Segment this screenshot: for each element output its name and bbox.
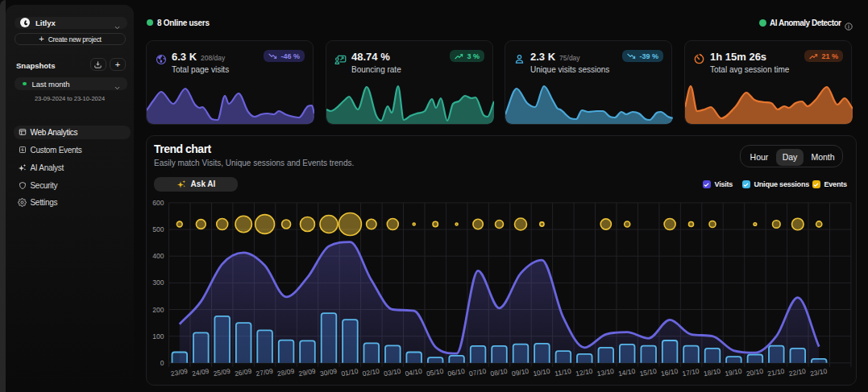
- svg-text:20/10: 20/10: [745, 367, 764, 378]
- svg-text:23/10: 23/10: [809, 367, 828, 378]
- svg-text:04/10: 04/10: [405, 367, 423, 378]
- svg-text:30/09: 30/09: [319, 367, 338, 378]
- svg-text:500: 500: [152, 225, 164, 233]
- svg-text:27/09: 27/09: [255, 367, 274, 378]
- svg-text:02/10: 02/10: [362, 367, 380, 378]
- svg-text:22/10: 22/10: [788, 367, 807, 378]
- svg-text:600: 600: [152, 199, 164, 207]
- svg-text:05/10: 05/10: [426, 367, 444, 378]
- svg-text:19/10: 19/10: [725, 367, 743, 378]
- svg-text:24/09: 24/09: [191, 367, 210, 378]
- svg-text:28/09: 28/09: [276, 367, 295, 378]
- svg-text:29/09: 29/09: [298, 367, 317, 378]
- svg-text:23/09: 23/09: [170, 367, 189, 378]
- svg-text:21/10: 21/10: [766, 367, 785, 378]
- svg-text:18/10: 18/10: [703, 367, 721, 378]
- svg-text:12/10: 12/10: [575, 367, 593, 378]
- svg-text:07/10: 07/10: [468, 367, 487, 378]
- svg-text:300: 300: [152, 279, 164, 287]
- svg-text:09/10: 09/10: [511, 367, 530, 378]
- svg-text:100: 100: [152, 332, 164, 340]
- svg-text:01/10: 01/10: [341, 367, 359, 378]
- svg-text:13/10: 13/10: [596, 367, 615, 378]
- svg-text:15/10: 15/10: [639, 367, 658, 378]
- svg-text:0: 0: [160, 359, 164, 367]
- svg-text:11/10: 11/10: [554, 367, 571, 378]
- svg-text:06/10: 06/10: [447, 367, 466, 378]
- svg-text:10/10: 10/10: [533, 367, 551, 378]
- svg-text:17/10: 17/10: [682, 367, 700, 378]
- svg-text:03/10: 03/10: [383, 367, 401, 378]
- svg-text:25/09: 25/09: [213, 367, 231, 378]
- svg-text:200: 200: [152, 306, 164, 314]
- svg-text:26/09: 26/09: [234, 367, 252, 378]
- svg-text:08/10: 08/10: [490, 367, 509, 378]
- svg-text:14/10: 14/10: [617, 367, 636, 378]
- svg-text:16/10: 16/10: [660, 367, 679, 378]
- svg-text:400: 400: [152, 252, 164, 260]
